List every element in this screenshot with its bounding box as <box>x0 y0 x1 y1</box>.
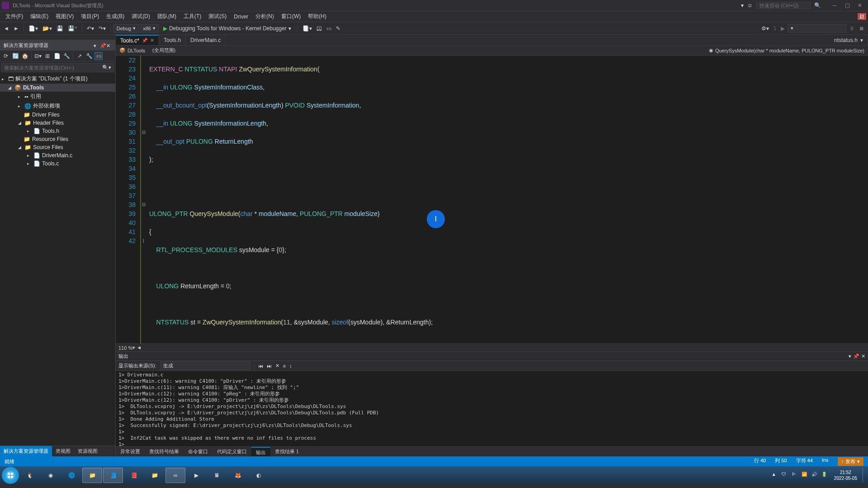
tools-h-node[interactable]: ▸📄 Tools.h <box>0 127 115 135</box>
tb-icon-1[interactable]: 📑▾ <box>301 24 314 33</box>
tab-find-symbol[interactable]: 查找符号结果 <box>145 447 184 456</box>
tb-icon-2[interactable]: 🕮 <box>315 24 324 33</box>
menu-tools[interactable]: 工具(T) <box>180 11 205 22</box>
menu-edit[interactable]: 编辑(E) <box>27 11 52 22</box>
start-debug-button[interactable]: ▶Debugging Tools for Windows - Kernel De… <box>160 24 295 33</box>
menu-file[interactable]: 文件(F) <box>2 11 27 22</box>
drivermain-c-node[interactable]: ▸📄 DriverMain.c <box>0 151 115 160</box>
tab-tools-c[interactable]: Tools.c*📌✕ <box>116 35 159 45</box>
view-icon[interactable]: ▭ <box>94 52 103 60</box>
taskbar-app-icon[interactable]: ◉ <box>41 468 61 483</box>
taskbar-app4-icon[interactable]: ◐ <box>249 468 269 483</box>
taskbar-explorer-icon[interactable]: 📁 <box>82 468 102 483</box>
wrench-icon[interactable]: 🔧 <box>85 52 93 60</box>
show-all-icon[interactable]: 📄 <box>53 52 61 60</box>
nav-scope-dropdown[interactable]: (全局范围) <box>149 46 179 55</box>
taskbar-qq-icon[interactable]: 🐧 <box>20 468 40 483</box>
tray-flag-icon[interactable]: 🏳 <box>792 472 799 479</box>
taskbar-chrome-icon[interactable]: 🌐 <box>61 468 81 483</box>
taskbar-wps-icon[interactable]: 📕 <box>124 468 144 483</box>
tray-battery-icon[interactable]: 🔋 <box>821 472 829 479</box>
taskbar-vs-icon[interactable]: ∞ <box>165 468 185 483</box>
menu-help[interactable]: 帮助(H) <box>304 11 330 22</box>
solution-search[interactable]: 🔍▾ <box>1 63 114 72</box>
panel-close-icon[interactable]: ✕ <box>106 43 112 48</box>
output-tb-4[interactable]: ≡ <box>283 363 286 369</box>
output-tb-1[interactable]: ⏮ <box>258 363 263 369</box>
tab-class-view[interactable]: 类视图 <box>52 446 74 456</box>
tray-up-icon[interactable]: ▲ <box>772 472 779 479</box>
menu-analyze[interactable]: 分析(N) <box>252 11 278 22</box>
output-pin-icon[interactable]: 📌 <box>853 353 859 359</box>
taskbar-app3-icon[interactable]: ▶ <box>186 468 206 483</box>
solution-tree[interactable]: ▸🗔 解决方案 "DLTools" (1 个项目) ◢📦 DLTools ▸▪▪… <box>0 73 115 446</box>
sync-icon[interactable]: ⊞ <box>43 52 52 60</box>
output-tb-5[interactable]: ↕ <box>289 363 292 369</box>
tray-shield-icon[interactable]: 🛡 <box>782 472 789 479</box>
resource-files-node[interactable]: 📁 Resource Files <box>0 135 115 143</box>
minimize-button[interactable]: ─ <box>828 1 841 10</box>
taskbar-fox-icon[interactable]: 🦊 <box>228 468 248 483</box>
close-icon[interactable]: ✕ <box>150 38 154 43</box>
tab-exceptions[interactable]: 异常设置 <box>116 447 145 456</box>
publish-button[interactable]: ↑ 发布 ▾ <box>838 457 864 466</box>
menu-test[interactable]: 测试(S) <box>205 11 230 22</box>
tb-icon-3[interactable]: ▭ <box>325 24 333 33</box>
taskbar-clock[interactable]: 21:52 2022-05-05 <box>831 469 860 481</box>
tab-tools-h[interactable]: Tools.h <box>159 35 186 45</box>
tab-output[interactable]: 输出 <box>251 447 270 456</box>
user-badge[interactable]: 赵 <box>858 13 866 20</box>
platform-dropdown[interactable]: x86 ▾ <box>140 24 159 33</box>
menu-window[interactable]: 窗口(W) <box>278 11 304 22</box>
properties-icon[interactable]: 🔧 <box>62 52 71 60</box>
new-project-button[interactable]: 📄▾ <box>27 24 40 33</box>
tb-step-over[interactable]: ⤵ <box>772 24 778 33</box>
tab-code-def[interactable]: 代码定义窗口 <box>212 447 251 456</box>
close-button[interactable]: ✕ <box>854 1 866 10</box>
preview-icon[interactable]: ↗ <box>75 52 84 60</box>
taskbar-folder-icon[interactable]: 📁 <box>145 468 165 483</box>
panel-pin-icon[interactable]: 📌 <box>100 43 105 48</box>
feedback-icon[interactable]: ☺ <box>747 2 753 9</box>
solution-search-input[interactable] <box>4 65 102 70</box>
panel-dropdown-icon[interactable]: ▾ <box>94 43 99 48</box>
tb-icon-r2[interactable]: ⏸ <box>847 24 856 33</box>
tb-icon-4[interactable]: ✎ <box>334 24 342 33</box>
config-dropdown[interactable]: Debug ▾ <box>113 24 139 33</box>
zoom-indicator[interactable]: 110 % ▾ ◄ <box>116 343 868 352</box>
notification-icon[interactable]: ▾ <box>741 2 744 9</box>
code-editor[interactable]: 2223242526272829303132333435363738394041… <box>116 56 868 343</box>
header-files-node[interactable]: ◢📁 Header Files <box>0 119 115 127</box>
project-node[interactable]: ◢📦 DLTools <box>0 84 115 92</box>
save-button[interactable]: 💾 <box>55 24 65 33</box>
tab-solution-explorer[interactable]: 解决方案资源管理器 <box>0 446 52 456</box>
refresh-icon[interactable]: 🔄 <box>11 52 19 60</box>
nav-member-dropdown[interactable]: ◉ QuerySysModule(char * moduleName, PULO… <box>179 46 868 55</box>
nav-back-button[interactable]: ◄ <box>2 24 11 33</box>
tab-find-results[interactable]: 查找结果 1 <box>270 447 303 456</box>
menu-team[interactable]: 团队(M) <box>154 11 180 22</box>
menu-build[interactable]: 生成(B) <box>103 11 128 22</box>
tab-ntstatus-h[interactable]: ntstatus.h ▾ <box>830 35 868 45</box>
output-dropdown-icon[interactable]: ▾ <box>849 353 851 359</box>
menu-debug[interactable]: 调试(D) <box>128 11 154 22</box>
menu-project[interactable]: 项目(P) <box>77 11 103 22</box>
output-close-icon[interactable]: ✕ <box>861 353 865 359</box>
source-files-node[interactable]: ◢📁 Source Files <box>0 143 115 151</box>
tab-resource-view[interactable]: 资源视图 <box>74 446 101 456</box>
start-button[interactable] <box>2 467 19 484</box>
quick-launch-input[interactable] <box>756 2 811 9</box>
home2-icon[interactable]: 🏠 <box>21 52 29 60</box>
home-icon[interactable]: ⟳ <box>2 52 10 60</box>
solution-root[interactable]: ▸🗔 解决方案 "DLTools" (1 个项目) <box>0 74 115 84</box>
menu-driver[interactable]: Driver <box>230 12 252 21</box>
tb-step-run[interactable]: ▶ <box>779 24 787 33</box>
tray-network-icon[interactable]: 📶 <box>802 472 809 479</box>
show-desktop-button[interactable] <box>863 468 866 483</box>
output-text[interactable]: 1> Drivermain.c 1>DriverMain.c(6): warni… <box>116 371 868 446</box>
driver-files-node[interactable]: 📁 Driver Files <box>0 111 115 119</box>
external-deps-node[interactable]: ▸🌐 外部依赖项 <box>0 101 115 111</box>
tray-volume-icon[interactable]: 🔊 <box>811 472 819 479</box>
nav-project-dropdown[interactable]: 📦 DLTools <box>116 46 149 55</box>
taskbar-calc-icon[interactable]: 🖩 <box>207 468 227 483</box>
